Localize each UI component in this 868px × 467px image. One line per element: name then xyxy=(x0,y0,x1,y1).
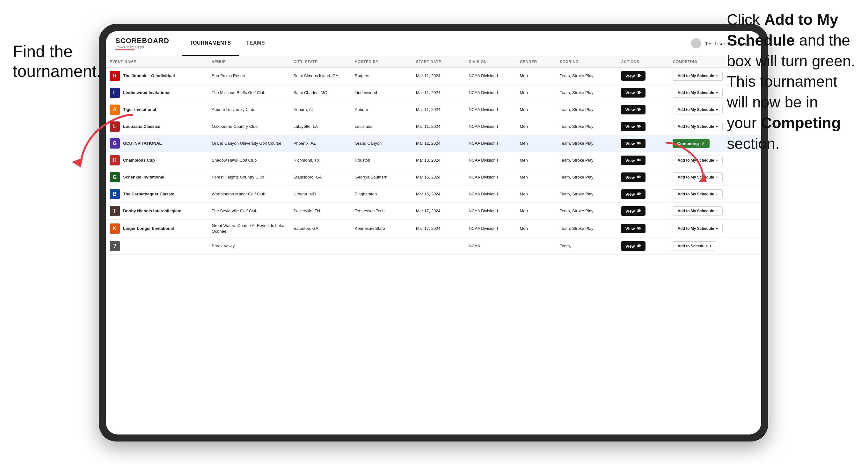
add-schedule-button[interactable]: Add to My Schedule + xyxy=(673,71,723,81)
add-schedule-button[interactable]: Add to My Schedule + xyxy=(673,105,723,115)
division-cell: NCAA xyxy=(465,238,516,255)
scoring-cell: Team, Stroke Play xyxy=(556,101,617,118)
hosted-cell: Binghamton xyxy=(351,186,412,203)
gender-cell: Men xyxy=(516,186,556,203)
view-button[interactable]: View 👁 xyxy=(621,71,646,81)
col-header-gender: GENDER xyxy=(516,56,556,68)
date-cell: Mar 11, 2024 xyxy=(412,85,465,101)
gender-cell: Men xyxy=(516,68,556,85)
view-button[interactable]: View 👁 xyxy=(621,105,646,115)
venue-cell: Forest Heights Country Club xyxy=(208,169,289,186)
date-cell xyxy=(412,238,465,255)
tablet-frame: SCOREBOARD Powered by clippd TOURNAMENTS… xyxy=(99,24,768,441)
scoring-cell: Team, Stroke Play xyxy=(556,118,617,135)
competing-cell: Add to Schedule + xyxy=(669,238,761,255)
table-row: T Bobby Nichols Intercollegiate The Sevi… xyxy=(106,203,761,220)
scoring-cell: Team, Stroke Play xyxy=(556,203,617,220)
add-schedule-button[interactable]: Add to My Schedule + xyxy=(673,122,723,131)
venue-cell: Oakbourne Country Club xyxy=(208,118,289,135)
add-schedule-button[interactable]: Add to Schedule + xyxy=(673,241,716,251)
venue-cell: Great Waters Course At Reynolds Lake Oco… xyxy=(208,220,289,238)
team-logo: ? xyxy=(110,241,120,251)
app-header: SCOREBOARD Powered by clippd TOURNAMENTS… xyxy=(106,31,761,56)
add-schedule-button[interactable]: Add to My Schedule + xyxy=(673,206,723,216)
plus-icon: + xyxy=(716,158,718,162)
city-cell: Saint Simons Island, GA xyxy=(290,68,351,85)
division-cell: NCAA Division I xyxy=(465,169,516,186)
view-button[interactable]: View 👁 xyxy=(621,88,646,97)
hosted-cell: Houston xyxy=(351,152,412,169)
event-name: Bobby Nichols Intercollegiate xyxy=(123,208,181,214)
table-row: L Louisiana Classics Oakbourne Country C… xyxy=(106,118,761,135)
actions-cell: View 👁 xyxy=(617,186,669,203)
eye-icon: 👁 xyxy=(637,107,641,112)
logo-text: SCOREBOARD xyxy=(115,37,169,45)
division-cell: NCAA Division I xyxy=(465,68,516,85)
scoring-cell: Team, Stroke Play xyxy=(556,186,617,203)
date-cell: Mar 15, 2024 xyxy=(412,169,465,186)
city-cell: Saint Charles, MO xyxy=(290,85,351,101)
view-button[interactable]: View 👁 xyxy=(621,139,646,148)
plus-icon: + xyxy=(716,91,718,95)
table-row: R The Johnnie - O Individual Sea Palms R… xyxy=(106,68,761,85)
plus-icon: + xyxy=(716,226,718,231)
hosted-cell: Auburn xyxy=(351,101,412,118)
city-cell xyxy=(290,238,351,255)
scoring-cell: Team, Stroke Play xyxy=(556,85,617,101)
date-cell: Mar 12, 2024 xyxy=(412,135,465,152)
event-cell: B The Carpetbagger Classic xyxy=(110,189,204,199)
eye-icon: 👁 xyxy=(637,124,641,129)
view-button[interactable]: View 👁 xyxy=(621,189,646,199)
hosted-cell: Tennessee Tech xyxy=(351,203,412,220)
svg-marker-0 xyxy=(72,158,83,167)
city-cell: Sevierville, TN xyxy=(290,203,351,220)
eye-icon: 👁 xyxy=(637,209,641,214)
event-cell: T Bobby Nichols Intercollegiate xyxy=(110,206,204,216)
view-button[interactable]: View 👁 xyxy=(621,224,646,234)
division-cell: NCAA Division I xyxy=(465,186,516,203)
table-row: A Tiger Invitational Auburn University C… xyxy=(106,101,761,118)
view-button[interactable]: View 👁 xyxy=(621,241,646,251)
venue-cell: Brook Valley xyxy=(208,238,289,255)
division-cell: NCAA Division I xyxy=(465,135,516,152)
table-container: EVENT NAME VENUE CITY, STATE HOSTED BY S… xyxy=(106,56,761,435)
add-schedule-button[interactable]: Add to My Schedule + xyxy=(673,224,723,234)
gender-cell: Men xyxy=(516,118,556,135)
view-button[interactable]: View 👁 xyxy=(621,122,646,131)
nav-tab-teams[interactable]: TEAMS xyxy=(239,31,273,56)
eye-icon: 👁 xyxy=(637,244,641,249)
city-cell: Phoenix, AZ xyxy=(290,135,351,152)
eye-icon: 👁 xyxy=(637,141,641,146)
table-row: L Lindenwood Invitational The Missouri B… xyxy=(106,85,761,101)
plus-icon: + xyxy=(716,209,718,213)
annotation-left: Find thetournament. xyxy=(13,41,101,81)
venue-cell: The Missouri Bluffs Golf Club xyxy=(208,85,289,101)
division-cell: NCAA Division I xyxy=(465,101,516,118)
competing-cell: Add to My Schedule + xyxy=(669,220,761,238)
team-logo: R xyxy=(110,71,120,81)
event-name: The Carpetbagger Classic xyxy=(123,191,174,197)
eye-icon: 👁 xyxy=(637,175,641,180)
col-header-scoring: SCORING xyxy=(556,56,617,68)
gender-cell xyxy=(516,238,556,255)
user-avatar xyxy=(691,38,701,49)
nav-tab-tournaments[interactable]: TOURNAMENTS xyxy=(182,31,239,56)
city-cell: Richmond, TX xyxy=(290,152,351,169)
event-cell: ? xyxy=(110,241,204,251)
table-header-row: EVENT NAME VENUE CITY, STATE HOSTED BY S… xyxy=(106,56,761,68)
scoring-cell: Team, xyxy=(556,238,617,255)
view-button[interactable]: View 👁 xyxy=(621,156,646,165)
table-row: ? Brook ValleyNCAATeam,View 👁Add to Sche… xyxy=(106,238,761,255)
add-schedule-button[interactable]: Add to My Schedule + xyxy=(673,189,723,199)
event-cell: K Linger Longer Invitational xyxy=(110,223,204,234)
actions-cell: View 👁 xyxy=(617,85,669,101)
arrow-left xyxy=(62,108,151,179)
add-schedule-button[interactable]: Add to My Schedule + xyxy=(673,88,723,97)
scoring-cell: Team, Stroke Play xyxy=(556,135,617,152)
view-button[interactable]: View 👁 xyxy=(621,206,646,216)
eye-icon: 👁 xyxy=(637,73,641,79)
date-cell: Mar 17, 2024 xyxy=(412,203,465,220)
plus-icon: + xyxy=(709,244,712,248)
view-button[interactable]: View 👁 xyxy=(621,173,646,182)
venue-cell: Auburn University Club xyxy=(208,101,289,118)
